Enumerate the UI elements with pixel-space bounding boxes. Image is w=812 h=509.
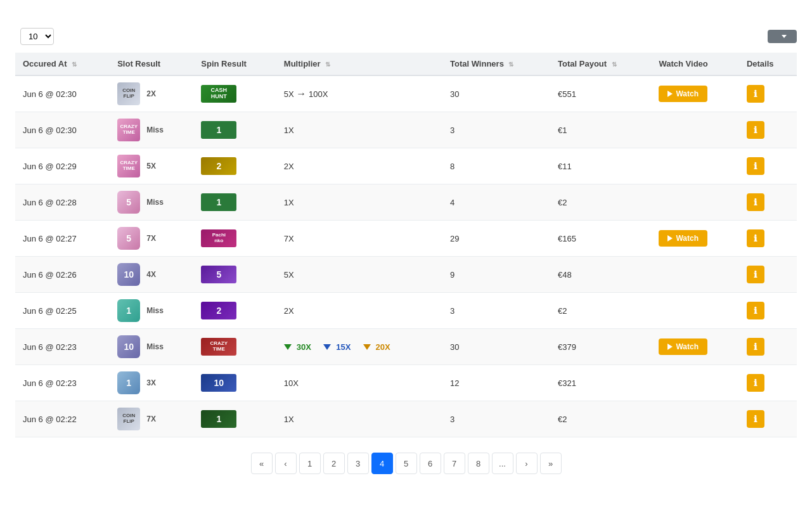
- cell-slot-result: COINFLIP 2X: [110, 75, 193, 112]
- cell-multiplier: 7X: [276, 221, 442, 257]
- spin-result-badge: 2: [201, 302, 269, 319]
- slot-badge: CRAZYTIME 5X: [117, 155, 156, 177]
- slot-result-value: 4X: [146, 270, 156, 279]
- spins-per-page-select[interactable]: 10 25 50: [20, 28, 54, 45]
- table-row: Jun 6 @ 02:30 CRAZYTIME Miss 1 1X 3 €1 ℹ: [15, 112, 797, 148]
- watch-button[interactable]: Watch: [659, 230, 707, 247]
- pagination-page-3[interactable]: 3: [347, 453, 369, 474]
- table-header-row: Occured At ⇅ Slot Result Spin Result Mul…: [15, 53, 797, 75]
- spin-result-badge: CRAZYTIME: [201, 338, 269, 356]
- slot-badge: 5 7X: [117, 227, 156, 250]
- details-button[interactable]: ℹ: [747, 229, 764, 247]
- cell-total-payout: €2: [550, 184, 651, 221]
- details-button[interactable]: ℹ: [747, 193, 764, 211]
- details-button[interactable]: ℹ: [747, 374, 764, 392]
- occured-at-value: Jun 6 @ 02:30: [23, 126, 77, 135]
- cell-watch-video: [651, 401, 738, 437]
- watch-button[interactable]: Watch: [659, 338, 707, 355]
- occured-at-value: Jun 6 @ 02:25: [23, 306, 77, 316]
- details-button[interactable]: ℹ: [747, 121, 764, 139]
- spin-result-badge: CASHHUNT: [201, 85, 269, 103]
- details-button[interactable]: ℹ: [747, 157, 764, 175]
- watch-label: Watch: [676, 89, 699, 98]
- cell-total-payout: €2: [550, 401, 651, 437]
- table-row: Jun 6 @ 02:29 CRAZYTIME 5X 2 2X 8 €11 ℹ: [15, 148, 797, 184]
- pagination-page-8[interactable]: 8: [468, 453, 489, 474]
- cell-slot-result: COINFLIP 7X: [110, 401, 193, 437]
- pagination-page-7[interactable]: 7: [444, 453, 465, 474]
- col-total-payout[interactable]: Total Payout ⇅: [550, 53, 651, 75]
- col-occured-at[interactable]: Occured At ⇅: [15, 53, 110, 75]
- multiplier-value: 1X: [284, 126, 294, 135]
- multiplier-value: 1X: [284, 415, 294, 424]
- total-payout-value: €379: [558, 342, 576, 352]
- multiplier-cell: 30X 15X 20X: [284, 342, 435, 352]
- multiplier-cell: 1X: [284, 415, 435, 424]
- cell-details: ℹ: [739, 401, 797, 437]
- slot-result-value: Miss: [146, 126, 164, 134]
- multiplier-cell: 7X: [284, 234, 435, 243]
- slot-badge: 5 Miss: [117, 191, 164, 214]
- cell-occured-at: Jun 6 @ 02:25: [15, 293, 110, 329]
- details-button[interactable]: ℹ: [747, 410, 764, 428]
- cell-multiplier: 1X: [276, 184, 442, 221]
- occured-at-value: Jun 6 @ 02:29: [23, 162, 77, 171]
- total-payout-value: €2: [558, 415, 567, 424]
- slot-badge: 1 3X: [117, 371, 156, 394]
- mult-gold: 20X: [376, 342, 390, 352]
- play-icon: [667, 235, 673, 242]
- play-icon: [667, 91, 673, 97]
- col-total-winners[interactable]: Total Winners ⇅: [442, 53, 550, 75]
- cell-occured-at: Jun 6 @ 02:27: [15, 221, 110, 257]
- sort-icon-total-payout: ⇅: [612, 61, 617, 68]
- multiplier-value: 2X: [284, 162, 294, 171]
- details-button[interactable]: ℹ: [747, 85, 764, 103]
- total-winners-value: 3: [450, 126, 454, 135]
- watch-label: Watch: [676, 342, 699, 351]
- total-payout-value: €165: [558, 234, 576, 243]
- cell-slot-result: 10 4X: [110, 257, 193, 293]
- spin-result-badge: 2: [201, 157, 269, 175]
- multiplier-value: 1X: [284, 198, 294, 207]
- watch-button[interactable]: Watch: [659, 86, 707, 102]
- occured-at-value: Jun 6 @ 02:27: [23, 234, 77, 243]
- total-winners-value: 3: [450, 415, 454, 424]
- pagination-page-4[interactable]: 4: [371, 453, 393, 474]
- pagination-first[interactable]: «: [251, 453, 273, 474]
- details-button[interactable]: ℹ: [747, 338, 764, 356]
- details-button[interactable]: ℹ: [747, 266, 764, 283]
- filters-button[interactable]: [768, 30, 797, 43]
- pagination-last[interactable]: »: [540, 453, 562, 474]
- cell-details: ℹ: [739, 75, 797, 112]
- cell-spin-result: 1: [193, 184, 276, 221]
- total-payout-value: €2: [558, 306, 567, 316]
- pagination-page-6[interactable]: 6: [420, 453, 441, 474]
- slot-badge: 10 4X: [117, 263, 156, 286]
- cell-spin-result: 2: [193, 293, 276, 329]
- multiplier-value: 10X: [284, 378, 299, 388]
- triangle-blue-icon: [323, 344, 331, 350]
- cell-total-winners: 3: [442, 293, 550, 329]
- cell-slot-result: 10 Miss: [110, 329, 193, 365]
- cell-slot-result: 1 Miss: [110, 293, 193, 329]
- multiplier-cell: 5X: [284, 270, 435, 280]
- cell-total-payout: €321: [550, 365, 651, 401]
- cell-slot-result: 5 7X: [110, 221, 193, 257]
- pagination-page-1[interactable]: 1: [299, 453, 321, 474]
- pagination-page-2[interactable]: 2: [323, 453, 345, 474]
- cell-total-winners: 3: [442, 112, 550, 148]
- total-winners-value: 8: [450, 162, 454, 171]
- pagination-prev[interactable]: ‹: [275, 453, 297, 474]
- multiplier-value: 2X: [284, 306, 294, 316]
- cell-multiplier: 10X: [276, 365, 442, 401]
- pagination-next[interactable]: ›: [516, 453, 538, 474]
- col-multiplier[interactable]: Multiplier ⇅: [276, 53, 442, 75]
- slot-result-value: 3X: [146, 378, 156, 387]
- pagination-ellipsis: ...: [492, 453, 513, 474]
- cell-slot-result: CRAZYTIME 5X: [110, 148, 193, 184]
- pagination-page-5[interactable]: 5: [396, 453, 417, 474]
- cell-spin-result: 5: [193, 257, 276, 293]
- details-button[interactable]: ℹ: [747, 302, 764, 319]
- total-winners-value: 30: [450, 89, 459, 99]
- slot-result-value: 7X: [146, 234, 156, 243]
